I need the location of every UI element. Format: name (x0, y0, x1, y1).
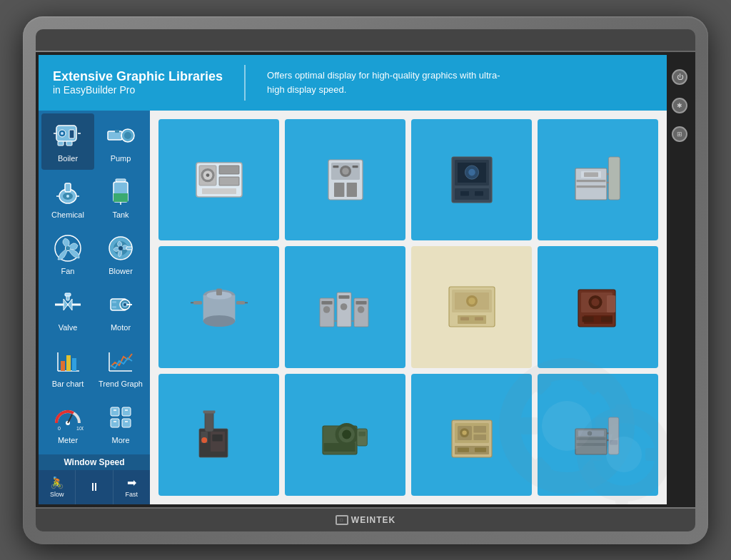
tank-icon (105, 176, 136, 208)
sidebar-item-more[interactable]: More (94, 395, 147, 452)
svg-point-98 (203, 315, 235, 327)
asterisk-button[interactable]: ✱ (672, 98, 687, 113)
content-area (150, 111, 667, 504)
brand-logo-icon: □ (336, 515, 348, 525)
svg-rect-48 (66, 355, 71, 371)
chemical-icon (52, 176, 84, 208)
device-bottom-bar: □ WEINTEK (36, 509, 695, 531)
sidebar-label-chemical: Chemical (51, 210, 84, 219)
tile-4[interactable] (538, 119, 658, 241)
svg-point-142 (342, 430, 351, 439)
sidebar-item-fan[interactable]: Fan (41, 226, 94, 282)
svg-point-134 (201, 437, 207, 443)
svg-text:0: 0 (58, 426, 61, 431)
sidebar-label-meter: Meter (58, 436, 78, 444)
speed-slow-button[interactable]: 🚴 Slow (39, 470, 76, 504)
power-button[interactable]: ⏻ (672, 69, 687, 85)
svg-rect-122 (460, 317, 469, 321)
content-grid (150, 111, 667, 504)
svg-rect-101 (236, 301, 245, 305)
svg-rect-12 (115, 130, 119, 133)
tile-8[interactable] (538, 246, 658, 368)
svg-point-120 (468, 298, 475, 305)
svg-rect-5 (66, 141, 72, 146)
svg-rect-158 (576, 437, 605, 440)
svg-rect-136 (203, 411, 215, 414)
sidebar-label-fan: Fan (61, 267, 75, 275)
tile-9[interactable] (158, 374, 279, 496)
svg-rect-111 (321, 301, 332, 305)
svg-rect-163 (610, 440, 617, 444)
svg-rect-157 (608, 417, 618, 454)
header-description: Offers optimal display for high-quality … (267, 68, 510, 96)
svg-rect-4 (58, 141, 64, 146)
svg-rect-86 (460, 191, 469, 195)
sidebar-item-blower[interactable]: Blower (94, 226, 147, 282)
svg-point-41 (123, 303, 126, 306)
sidebar: Boiler (39, 111, 150, 504)
svg-rect-32 (126, 247, 132, 250)
sidebar-item-trendgraph[interactable]: Trend Graph (94, 339, 147, 395)
svg-rect-151 (473, 426, 486, 433)
svg-rect-126 (607, 295, 615, 312)
network-button[interactable]: ⊞ (672, 126, 687, 142)
svg-rect-145 (358, 432, 366, 436)
svg-rect-152 (473, 434, 486, 440)
brand-logo: □ WEINTEK (336, 515, 395, 525)
sidebar-item-valve[interactable]: Valve (41, 282, 94, 339)
svg-rect-59 (122, 419, 131, 427)
sidebar-item-chemical[interactable]: Chemical (41, 170, 94, 226)
tile-7[interactable] (411, 246, 532, 368)
header: Extensive Graphic Libraries in EasyBuild… (39, 55, 667, 111)
svg-rect-90 (576, 180, 605, 182)
speed-pause-button[interactable]: ⏸ (76, 470, 113, 504)
tile-1[interactable] (158, 119, 279, 241)
speed-controls: 🚴 Slow ⏸ ➡ Fast (39, 470, 150, 504)
device-top-bar (36, 29, 695, 51)
svg-rect-159 (576, 443, 605, 446)
slow-label: Slow (50, 491, 64, 498)
more-icon (105, 402, 136, 433)
boiler-icon (52, 120, 84, 151)
svg-rect-21 (114, 201, 128, 202)
tile-2[interactable] (285, 119, 405, 241)
sidebar-item-tank[interactable]: Tank (94, 170, 147, 226)
tile-12[interactable] (538, 374, 658, 496)
screen-content: Extensive Graphic Libraries in EasyBuild… (39, 55, 667, 504)
svg-point-108 (323, 307, 330, 314)
sidebar-item-motor[interactable]: Motor (94, 282, 147, 339)
sidebar-item-boiler[interactable]: Boiler (41, 113, 94, 170)
main-area: Boiler (39, 111, 667, 504)
svg-rect-75 (346, 183, 356, 197)
motor-icon (105, 289, 136, 320)
svg-rect-44 (112, 306, 116, 308)
svg-rect-135 (205, 412, 213, 432)
sidebar-label-motor: Motor (111, 323, 131, 332)
header-divider (244, 65, 246, 101)
svg-rect-87 (475, 191, 483, 195)
pause-icon: ⏸ (89, 481, 100, 494)
speed-fast-button[interactable]: ➡ Fast (114, 470, 150, 504)
svg-rect-91 (576, 185, 605, 188)
svg-point-31 (119, 246, 123, 250)
svg-rect-113 (356, 301, 366, 305)
sidebar-item-pump[interactable]: Pump (94, 113, 147, 170)
tile-3[interactable] (411, 119, 532, 241)
svg-point-28 (66, 246, 70, 250)
sidebar-grid: Boiler (39, 111, 150, 454)
device-screen-area: Extensive Graphic Libraries in EasyBuild… (36, 52, 695, 507)
tile-5[interactable] (158, 246, 279, 368)
svg-rect-37 (65, 293, 71, 296)
tile-10[interactable] (285, 374, 405, 496)
svg-rect-123 (475, 317, 483, 321)
brand-name: WEINTEK (351, 515, 395, 525)
sidebar-item-meter[interactable]: 0 100 Meter (41, 395, 94, 452)
svg-point-10 (124, 132, 131, 139)
svg-rect-79 (352, 166, 358, 168)
sidebar-item-barchart[interactable]: Bar chart (41, 339, 94, 395)
tile-11[interactable] (411, 374, 532, 496)
svg-point-77 (342, 168, 349, 175)
svg-point-68 (206, 173, 209, 177)
tile-6[interactable] (285, 246, 405, 368)
svg-point-2 (61, 132, 64, 135)
